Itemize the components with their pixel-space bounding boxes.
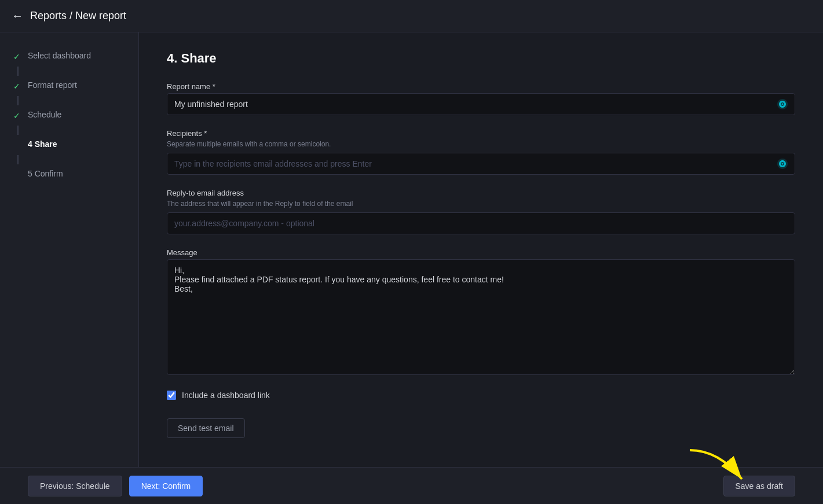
- back-button[interactable]: ←: [12, 9, 23, 23]
- step-num-5: [12, 170, 22, 180]
- send-test-email-button[interactable]: Send test email: [167, 418, 245, 438]
- check-icon-2: ✓: [12, 81, 22, 91]
- previous-button[interactable]: Previous: Schedule: [28, 476, 122, 496]
- reply-to-input[interactable]: [167, 212, 795, 234]
- footer-bar: Previous: Schedule Next: Confirm Save as…: [0, 467, 823, 504]
- sidebar-label-1: Select dashboard: [28, 51, 91, 60]
- dashboard-link-row: Include a dashboard link: [167, 391, 795, 400]
- save-draft-button[interactable]: Save as draft: [723, 476, 796, 496]
- report-name-label: Report name *: [167, 82, 795, 91]
- footer-left-actions: Previous: Schedule Next: Confirm: [28, 476, 203, 496]
- step-title: 4. Share: [167, 51, 795, 66]
- sidebar-label-2: Format report: [28, 80, 77, 90]
- report-name-group: Report name *: [167, 82, 795, 115]
- message-textarea[interactable]: Hi, Please find attached a PDF status re…: [167, 259, 795, 375]
- reply-to-sublabel: The address that will appear in the Repl…: [167, 200, 795, 208]
- header: ← Reports / New report: [0, 0, 823, 32]
- check-icon-3: ✓: [12, 111, 22, 121]
- recipients-input[interactable]: [167, 153, 795, 175]
- report-name-input[interactable]: [167, 93, 795, 115]
- recipients-label: Recipients *: [167, 129, 795, 138]
- grafana-icon-2: [776, 157, 789, 171]
- sidebar-item-confirm[interactable]: 5 Confirm: [0, 164, 138, 185]
- sidebar-label-4: 4 Share: [28, 139, 57, 149]
- dashboard-link-label[interactable]: Include a dashboard link: [182, 391, 270, 400]
- connector-2: [17, 96, 19, 105]
- recipients-group: Recipients * Separate multiple emails wi…: [167, 129, 795, 175]
- recipients-input-wrapper: [167, 153, 795, 175]
- connector-4: [17, 155, 19, 164]
- connector-1: [17, 67, 19, 76]
- reply-to-label: Reply-to email address: [167, 189, 795, 197]
- check-icon-1: ✓: [12, 51, 22, 62]
- sidebar: ✓ Select dashboard ✓ Format report ✓ Sch…: [0, 32, 139, 467]
- sidebar-item-format-report[interactable]: ✓ Format report: [0, 76, 138, 96]
- dashboard-link-checkbox[interactable]: [167, 391, 176, 400]
- step-num-4: [12, 140, 22, 150]
- sidebar-item-share[interactable]: 4 Share: [0, 135, 138, 155]
- grafana-icon-1: [776, 97, 789, 111]
- reply-to-input-wrapper: [167, 212, 795, 234]
- sidebar-label-5: 5 Confirm: [28, 169, 63, 178]
- main-layout: ✓ Select dashboard ✓ Format report ✓ Sch…: [0, 32, 823, 467]
- sidebar-item-select-dashboard[interactable]: ✓ Select dashboard: [0, 46, 138, 67]
- next-button[interactable]: Next: Confirm: [129, 476, 203, 496]
- report-name-input-wrapper: [167, 93, 795, 115]
- reply-to-group: Reply-to email address The address that …: [167, 189, 795, 234]
- content-area: 4. Share Report name * Recipients * Sepa…: [139, 32, 823, 467]
- message-group: Message Hi, Please find attached a PDF s…: [167, 248, 795, 377]
- page-title: Reports / New report: [30, 10, 126, 22]
- sidebar-label-3: Schedule: [28, 110, 61, 119]
- recipients-sublabel: Separate multiple emails with a comma or…: [167, 140, 795, 148]
- connector-3: [17, 126, 19, 135]
- sidebar-item-schedule[interactable]: ✓ Schedule: [0, 105, 138, 126]
- message-label: Message: [167, 248, 795, 257]
